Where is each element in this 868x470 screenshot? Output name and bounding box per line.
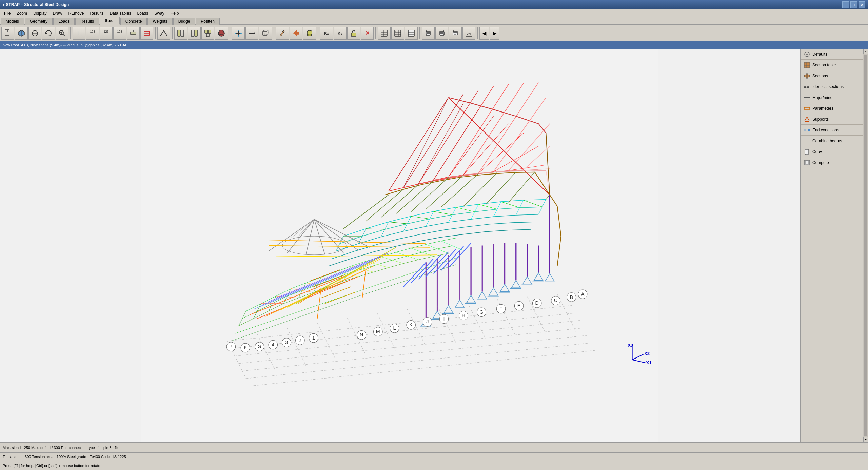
- info-bar: New.Roof .A+B, New spans (5.4m)- w/ diag…: [0, 41, 868, 49]
- toolbar-cross[interactable]: [232, 27, 245, 40]
- svg-text:3: 3: [285, 340, 288, 345]
- menu-draw[interactable]: Draw: [50, 10, 65, 16]
- toolbar-info[interactable]: i: [73, 27, 85, 40]
- svg-point-27: [235, 33, 236, 34]
- toolbar-node3[interactable]: [201, 27, 214, 40]
- tab-loads[interactable]: Loads: [53, 18, 75, 25]
- toolbar-axis[interactable]: XY: [245, 27, 258, 40]
- panel-major-minor[interactable]: Major/minor: [801, 92, 863, 103]
- tab-concrete[interactable]: Concrete: [120, 18, 147, 25]
- menu-sway[interactable]: Sway: [152, 10, 167, 16]
- svg-rect-210: [806, 74, 808, 78]
- toolbar-dxf[interactable]: DXF: [462, 27, 475, 40]
- main-area: 7 6 S 4 3 2 1 N M L: [0, 49, 868, 442]
- toolbar-3d-rotate[interactable]: [259, 27, 272, 40]
- parameters-label: Parameters: [812, 106, 833, 111]
- panel-parameters[interactable]: Parameters: [801, 103, 863, 114]
- tab-results[interactable]: Results: [75, 18, 99, 25]
- toolbar-arrow[interactable]: [290, 27, 302, 40]
- tab-postten[interactable]: Postten: [196, 18, 220, 25]
- toolbar-kx[interactable]: Kx: [320, 27, 333, 40]
- panel-compute[interactable]: Compute: [801, 157, 863, 168]
- tab-models[interactable]: Models: [1, 18, 24, 25]
- toolbar-pen[interactable]: [276, 27, 289, 40]
- menu-file[interactable]: File: [1, 10, 13, 16]
- toolbar-table2[interactable]: +: [391, 27, 404, 40]
- toolbar-sep-1: [70, 27, 71, 39]
- scroll-down-arrow[interactable]: ▼: [863, 437, 868, 442]
- tab-bridge[interactable]: Bridge: [173, 18, 195, 25]
- panel-identical-sections[interactable]: X-X Identical sections: [801, 81, 863, 92]
- scroll-up-arrow[interactable]: ▲: [863, 49, 868, 54]
- toolbar-table1[interactable]: [378, 27, 391, 40]
- minimize-button[interactable]: —: [842, 1, 849, 8]
- scroll-thumb[interactable]: [864, 55, 867, 436]
- svg-rect-35: [264, 30, 269, 34]
- toolbar-print2[interactable]: [435, 27, 448, 40]
- nav-prev[interactable]: ◀: [479, 27, 489, 40]
- panel-end-conditions[interactable]: End conditions: [801, 125, 863, 136]
- svg-rect-0: [5, 30, 9, 35]
- tab-geometry[interactable]: Geometry: [25, 18, 53, 25]
- menu-zoom[interactable]: Zoom: [14, 10, 30, 16]
- svg-text:B: B: [570, 294, 573, 300]
- title-bar: ♦ STRAP – Structural Steel Design — □ ✕: [0, 0, 868, 9]
- tab-steel[interactable]: Steel: [100, 17, 120, 25]
- toolbar-tri[interactable]: [157, 27, 170, 40]
- maximize-button[interactable]: □: [850, 1, 857, 8]
- toolbar-refresh[interactable]: [42, 27, 55, 40]
- panel-supports[interactable]: Supports: [801, 114, 863, 125]
- copy-icon: [804, 148, 810, 155]
- menu-remove[interactable]: REmove: [65, 10, 86, 16]
- toolbar-print1[interactable]: [422, 27, 435, 40]
- toolbar-3d-sphere[interactable]: [215, 27, 228, 40]
- toolbar-cylinder[interactable]: [303, 27, 316, 40]
- svg-text:X3: X3: [628, 343, 633, 348]
- svg-text:K: K: [409, 322, 413, 327]
- toolbar-section-view[interactable]: [140, 27, 153, 40]
- nav-next[interactable]: ▶: [490, 27, 499, 40]
- menu-display[interactable]: Display: [31, 10, 49, 16]
- toolbar-num3[interactable]: 123: [113, 27, 126, 40]
- defaults-icon: [804, 51, 810, 58]
- toolbar-table3[interactable]: [405, 27, 418, 40]
- section-view-icon: [143, 29, 151, 37]
- compute-icon: [804, 159, 810, 166]
- toolbar-node2[interactable]: [188, 27, 201, 40]
- axis-icon: XY: [248, 29, 256, 37]
- major-minor-icon: [804, 94, 810, 101]
- menu-loads[interactable]: Loads: [135, 10, 151, 16]
- toolbar-print3[interactable]: [449, 27, 462, 40]
- toolbar-3d-box[interactable]: [15, 27, 28, 40]
- toolbar-move[interactable]: [127, 27, 140, 40]
- toolbar-sep-3: [172, 27, 173, 39]
- toolbar-ky[interactable]: Ky: [334, 27, 347, 40]
- toolbar-select[interactable]: [28, 27, 41, 40]
- panel-copy[interactable]: Copy: [801, 146, 863, 157]
- tab-weights[interactable]: Weights: [147, 18, 172, 25]
- toolbar-node1[interactable]: [174, 27, 187, 40]
- panel-section-table[interactable]: Section table: [801, 60, 863, 70]
- menu-datatable[interactable]: Data Tables: [107, 10, 134, 16]
- menu-results[interactable]: Results: [87, 10, 106, 16]
- right-scrollbar[interactable]: ▲ ▼: [863, 49, 868, 442]
- panel-sections[interactable]: Sections: [801, 70, 863, 81]
- toolbar-num2[interactable]: 123: [100, 27, 113, 40]
- panel-combine-beams[interactable]: Combine beams: [801, 136, 863, 146]
- toolbar-num1[interactable]: 123+: [86, 27, 99, 40]
- toolbar-sep-6: [318, 27, 318, 39]
- canvas-area[interactable]: 7 6 S 4 3 2 1 N M L: [0, 49, 800, 442]
- print3-icon: [451, 29, 459, 37]
- svg-point-30: [238, 35, 239, 37]
- toolbar-lock[interactable]: [347, 27, 360, 40]
- toolbar-x-mark[interactable]: ✕: [361, 27, 374, 40]
- toolbar-new[interactable]: [1, 27, 14, 40]
- menu-help[interactable]: Help: [168, 10, 182, 16]
- status-text-2: Tens. slend= 300 Tension area= 100% Stee…: [3, 455, 126, 459]
- svg-text:S: S: [258, 344, 261, 349]
- panel-defaults[interactable]: Defaults: [801, 49, 863, 60]
- toolbar-zoom[interactable]: [56, 27, 68, 40]
- toolbar-sep-9: [477, 27, 478, 39]
- close-button[interactable]: ✕: [859, 1, 865, 8]
- title-bar-controls: — □ ✕: [842, 1, 865, 8]
